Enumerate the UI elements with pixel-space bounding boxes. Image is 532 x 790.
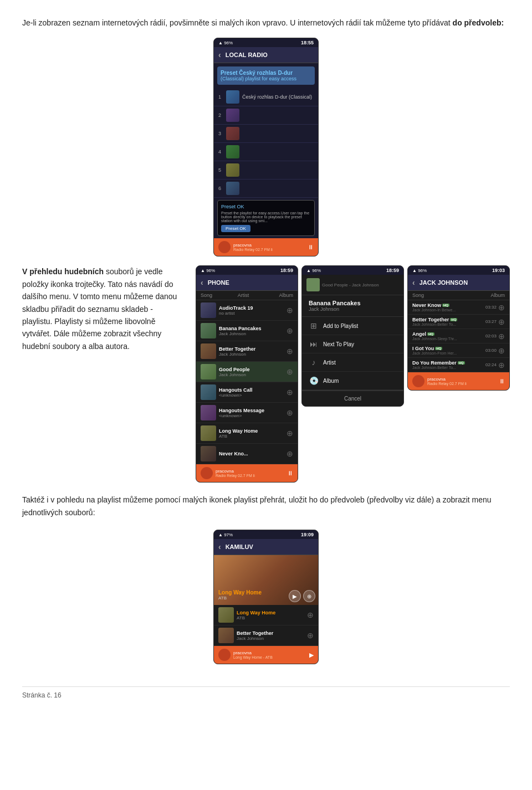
player-info-2: pracovna Radio Relay 02.7 FM li bbox=[216, 469, 284, 478]
jj-more-4[interactable]: ⊕ bbox=[498, 346, 505, 355]
jj-more-1[interactable]: ⊕ bbox=[498, 303, 505, 312]
screens-group: ▲ 96% 18:59 ‹ PHONE Song Artist Album Au… bbox=[196, 265, 510, 483]
preset-ok-button[interactable]: Preset OK bbox=[221, 225, 250, 232]
screen3-time: 18:59 bbox=[386, 268, 399, 273]
player-pause-icon-4[interactable]: ⏸ bbox=[499, 378, 505, 384]
player-play-icon-5[interactable]: ▶ bbox=[309, 652, 314, 659]
playlist-more-1[interactable]: ⊕ bbox=[307, 611, 314, 619]
playlist-cover: ▶ ⊕ Long Way Home ATB bbox=[214, 555, 318, 605]
song-row-8[interactable]: Never Kno... ⊕ bbox=[196, 444, 298, 464]
radio-item-4[interactable]: 4 bbox=[214, 143, 318, 161]
footer-text-1: Taktéž i v pohledu na playlist můžeme po… bbox=[22, 495, 492, 516]
context-album[interactable]: 💿 Album bbox=[302, 372, 403, 390]
radio-item-2[interactable]: 2 bbox=[214, 106, 318, 125]
screen4-back-icon[interactable]: ‹ bbox=[412, 278, 415, 287]
preset-sub: (Classical) playlist for easy access bbox=[221, 76, 311, 81]
radio-thumb-4 bbox=[226, 145, 239, 158]
jj-more-3[interactable]: ⊕ bbox=[498, 332, 505, 341]
jj-more-2[interactable]: ⊕ bbox=[498, 317, 505, 326]
screen5-body: Long Way Home ATB ⊕ Better Together Jack… bbox=[214, 605, 318, 646]
screen1-title: LOCAL RADIO bbox=[226, 52, 268, 58]
song-more-6[interactable]: ⊕ bbox=[287, 408, 293, 417]
song-row-2[interactable]: Banana Pancakes Jack Johnson ⊕ bbox=[196, 321, 298, 341]
jj-info-3: AngelHQ Jack Johnson-Sleep Thr... bbox=[412, 331, 480, 341]
song-more-2[interactable]: ⊕ bbox=[287, 326, 293, 335]
player-pause-icon-2[interactable]: ⏸ bbox=[287, 470, 293, 476]
album-label: Album bbox=[323, 378, 339, 384]
song-more-1[interactable]: ⊕ bbox=[287, 306, 293, 315]
player-avatar-1 bbox=[218, 241, 231, 253]
playlist-info-2: Better Together Jack Johnson bbox=[237, 630, 307, 641]
playlist-row-1[interactable]: Long Way Home ATB ⊕ bbox=[214, 605, 318, 625]
screen4-header: ‹ JACK JOHNSON bbox=[408, 275, 509, 291]
player-sub-1: Radio Relay 02.7 FM li bbox=[233, 248, 305, 252]
screen1-signal: ▲ 96% bbox=[218, 40, 233, 45]
jj-col-headers: Song Album bbox=[408, 291, 509, 300]
song-row-3[interactable]: Better Together Jack Johnson ⊕ bbox=[196, 341, 298, 362]
context-featured: Banana Pancakes Jack Johnson bbox=[302, 295, 403, 317]
player-name-4: pracovna bbox=[427, 377, 496, 382]
song-row-6[interactable]: Hangouts Message <unknown> ⊕ bbox=[196, 403, 298, 423]
add-playlist-label: Add to Playlist bbox=[323, 323, 358, 329]
playlist-thumb-2 bbox=[218, 628, 234, 643]
screen5-back-icon[interactable]: ‹ bbox=[218, 542, 221, 551]
jj-row-4[interactable]: I Got YouHQ Jack Johnson-From Her... 03:… bbox=[408, 343, 509, 358]
song-more-7[interactable]: ⊕ bbox=[287, 429, 293, 438]
song-more-4[interactable]: ⊕ bbox=[287, 367, 293, 376]
jj-col-song-label: Song bbox=[412, 293, 468, 298]
playlist-row-2[interactable]: Better Together Jack Johnson ⊕ bbox=[214, 625, 318, 646]
artist-label: Artist bbox=[323, 360, 336, 366]
jj-row-5[interactable]: Do You RememberHQ Jack Johnson-Better To… bbox=[408, 358, 509, 372]
jj-row-3[interactable]: AngelHQ Jack Johnson-Sleep Thr... 02:03 … bbox=[408, 329, 509, 343]
screen1-header: ‹ LOCAL RADIO bbox=[214, 47, 318, 63]
song-row-1[interactable]: AudioTrack 19 no artist ⊕ bbox=[196, 300, 298, 321]
song-more-5[interactable]: ⊕ bbox=[287, 388, 293, 397]
song-more-8[interactable]: ⊕ bbox=[287, 449, 293, 458]
screen1-player: pracovna Radio Relay 02.7 FM li ⏸ bbox=[214, 238, 318, 256]
screen2-title: PHONE bbox=[208, 279, 229, 286]
cover-menu-button[interactable]: ⊕ bbox=[303, 590, 315, 602]
next-to-play-label: Next To Play bbox=[323, 341, 354, 347]
playlist-more-2[interactable]: ⊕ bbox=[307, 631, 314, 640]
song-info-8: Never Kno... bbox=[219, 451, 287, 456]
local-radio-section: ▲ 96% 18:55 ‹ LOCAL RADIO Preset Český r… bbox=[22, 38, 510, 257]
radio-item-5[interactable]: 5 bbox=[214, 161, 318, 179]
screen4-body: Song Album Never KnowHQ Jack Johnson-In … bbox=[408, 291, 509, 372]
back-arrow-icon[interactable]: ‹ bbox=[218, 50, 221, 59]
player-avatar-4 bbox=[412, 375, 424, 387]
radio-item-1[interactable]: 1 Český rozhlas D-dur (Classical) bbox=[214, 88, 318, 106]
radio-item-3[interactable]: 3 bbox=[214, 125, 318, 143]
context-cancel[interactable]: Cancel bbox=[302, 390, 403, 406]
song-more-3[interactable]: ⊕ bbox=[287, 347, 293, 356]
song-row-4[interactable]: Good People Jack Johnson ⊕ bbox=[196, 362, 298, 382]
screen2-header: ‹ PHONE bbox=[196, 275, 298, 291]
hq-badge-1: HQ bbox=[442, 304, 449, 307]
jj-more-5[interactable]: ⊕ bbox=[498, 361, 505, 370]
jj-row-2[interactable]: Better TogetherHQ Jack Johnson-Better To… bbox=[408, 315, 509, 329]
context-add-playlist[interactable]: ⊞ Add to Playlist bbox=[302, 317, 403, 335]
player-sub-4: Radio Relay 02.7 FM li bbox=[427, 382, 496, 386]
player-sub-2: Radio Relay 02.7 FM li bbox=[216, 474, 284, 478]
add-playlist-icon: ⊞ bbox=[309, 321, 319, 330]
body-text-bold-1: V přehledu hudebních bbox=[22, 267, 104, 276]
player-pause-icon[interactable]: ⏸ bbox=[308, 244, 314, 250]
next-to-play-icon: ⏭ bbox=[309, 340, 319, 348]
context-next-to-play[interactable]: ⏭ Next To Play bbox=[302, 335, 403, 353]
playlist-thumb-1 bbox=[218, 607, 234, 623]
jj-row-1[interactable]: Never KnowHQ Jack Johnson-In Betwe... 03… bbox=[408, 300, 509, 315]
screen2-back-icon[interactable]: ‹ bbox=[201, 278, 203, 287]
cover-play-button[interactable]: ▶ bbox=[289, 590, 301, 602]
screen5-statusbar: ▲ 97% 19:09 bbox=[214, 530, 318, 539]
body-text-2: souborů je vedle položky ikonka trojtečk… bbox=[22, 267, 177, 350]
song-thumb-5 bbox=[201, 384, 216, 400]
player-name-2: pracovna bbox=[216, 469, 284, 474]
context-artist[interactable]: ♪ Artist bbox=[302, 353, 403, 372]
song-thumb-3 bbox=[201, 343, 216, 359]
song-row-7[interactable]: Long Way Home ATB ⊕ bbox=[196, 423, 298, 444]
screen5-time: 19:09 bbox=[301, 532, 314, 537]
hq-badge-3: HQ bbox=[427, 332, 434, 336]
screen3-statusbar: ▲ 96% 18:59 bbox=[302, 266, 403, 275]
radio-thumb-2 bbox=[226, 109, 239, 122]
radio-item-6[interactable]: 6 bbox=[214, 179, 318, 198]
song-row-5[interactable]: Hangouts Call <unknown> ⊕ bbox=[196, 382, 298, 403]
